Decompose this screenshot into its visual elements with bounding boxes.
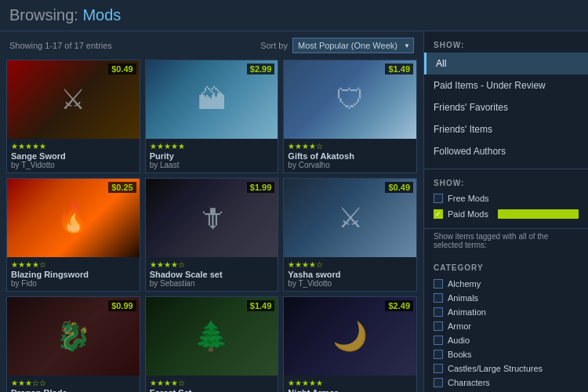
mod-name-extra2: Forest Set xyxy=(150,388,274,392)
category-animals[interactable]: Animals xyxy=(424,291,588,305)
category-castles[interactable]: Castles/Large Structures xyxy=(424,361,588,376)
mod-name-gifts-of-akatosh: Gifts of Akatosh xyxy=(288,151,412,161)
mod-icon-yasha-sword: ⚔ xyxy=(338,201,363,234)
category-label-castles: Castles/Large Structures xyxy=(448,364,543,373)
content-area: Showing 1-17 of 17 entries Sort by Most … xyxy=(0,31,423,392)
sidebar-filter-friends-items[interactable]: Friends' Items xyxy=(424,118,588,140)
mod-author-shadow-scale-set: by Sebastian xyxy=(150,279,274,288)
mod-card-sange-sword[interactable]: ⚔ $0.49 ★★★★★ Sange Sword by T_Vidotto xyxy=(6,60,140,173)
mod-card-purity[interactable]: 🏔 $2.99 ★★★★★ Purity by Laast xyxy=(145,60,279,173)
paid-mods-checkbox[interactable]: ✓ xyxy=(434,209,443,219)
mod-stars-gifts-of-akatosh: ★★★★☆ xyxy=(288,142,412,151)
mod-stars-shadow-scale-set: ★★★★☆ xyxy=(150,260,274,269)
sort-dropdown[interactable]: Most Popular (One Week) Most Popular (Al… xyxy=(292,38,414,53)
free-mods-filter[interactable]: Free Mods xyxy=(424,191,588,206)
mod-icon-extra1: 🐉 xyxy=(56,320,91,353)
category-cb-alchemy[interactable] xyxy=(434,279,443,289)
mod-card-extra3[interactable]: 🌙 $2.49 ★★★★★ Night Armor by Modder3 xyxy=(283,296,417,392)
paid-mods-label: Paid Mods xyxy=(448,209,488,219)
entries-count: Showing 1-17 of 17 entries xyxy=(9,41,112,50)
sort-area: Sort by Most Popular (One Week) Most Pop… xyxy=(260,38,414,53)
mod-stars-extra3: ★★★★★ xyxy=(288,379,412,387)
mod-price-blazing-ringsword: $0.25 xyxy=(108,182,136,193)
category-label: Mods xyxy=(82,6,121,24)
category-section-label: CATEGORY xyxy=(424,260,588,275)
mod-card-shadow-scale-set[interactable]: 🗡 $1.99 ★★★★☆ Shadow Scale set by Sebast… xyxy=(145,178,279,292)
mod-card-extra1[interactable]: 🐉 $0.99 ★★★☆☆ Dragon Blade by Modder1 xyxy=(6,296,140,392)
mod-info-extra1: ★★★☆☆ Dragon Blade by Modder1 xyxy=(7,376,140,392)
free-mods-checkbox[interactable] xyxy=(434,194,443,203)
sidebar-filter-followed-authors[interactable]: Followed Authors xyxy=(424,140,588,162)
page-header: Browsing: Mods xyxy=(0,0,588,31)
mod-icon-blazing-ringsword: 🔥 xyxy=(56,201,91,234)
mod-stars-extra1: ★★★☆☆ xyxy=(11,379,136,387)
mod-author-sange-sword: by T_Vidotto xyxy=(11,161,136,169)
mod-info-blazing-ringsword: ★★★★☆ Blazing Ringsword by Fido xyxy=(7,257,140,291)
category-label-audio: Audio xyxy=(448,336,470,345)
mod-card-extra2[interactable]: 🌲 $1.49 ★★★★☆ Forest Set by Modder2 xyxy=(145,296,279,392)
mod-price-extra1: $0.99 xyxy=(108,300,136,311)
mod-card-yasha-sword[interactable]: ⚔ $0.49 ★★★★☆ Yasha sword by T_Vidotto xyxy=(283,178,417,292)
page-title: Browsing: Mods xyxy=(9,6,579,24)
main-layout: Showing 1-17 of 17 entries Sort by Most … xyxy=(0,31,588,392)
mod-icon-shadow-scale-set: 🗡 xyxy=(198,201,226,234)
mod-name-blazing-ringsword: Blazing Ringsword xyxy=(11,270,136,279)
sort-label: Sort by xyxy=(260,41,288,50)
mod-info-gifts-of-akatosh: ★★★★☆ Gifts of Akatosh by Corvalho xyxy=(284,139,416,172)
mod-info-yasha-sword: ★★★★☆ Yasha sword by T_Vidotto xyxy=(284,257,416,291)
category-books[interactable]: Books xyxy=(424,347,588,361)
category-label-animals: Animals xyxy=(448,293,478,303)
category-alchemy[interactable]: Alchemy xyxy=(424,277,588,291)
mod-card-gifts-of-akatosh[interactable]: 🛡 $1.49 ★★★★☆ Gifts of Akatosh by Corval… xyxy=(283,60,417,173)
mod-author-purity: by Laast xyxy=(150,161,274,169)
mod-icon-sange-sword: ⚔ xyxy=(60,83,85,116)
sidebar-show-label: SHOW: xyxy=(424,38,588,53)
mod-info-sange-sword: ★★★★★ Sange Sword by T_Vidotto xyxy=(7,139,140,172)
sort-wrapper[interactable]: Most Popular (One Week) Most Popular (Al… xyxy=(292,38,414,53)
category-cb-armor[interactable] xyxy=(434,321,443,331)
mod-info-purity: ★★★★★ Purity by Laast xyxy=(146,139,278,172)
mod-icon-extra2: 🌲 xyxy=(194,320,229,353)
mod-grid: ⚔ $0.49 ★★★★★ Sange Sword by T_Vidotto 🏔… xyxy=(6,60,417,392)
sidebar-show-section: SHOW: AllPaid Items - Under ReviewFriend… xyxy=(424,31,588,169)
category-label-alchemy: Alchemy xyxy=(448,279,481,289)
mod-info-extra3: ★★★★★ Night Armor by Modder3 xyxy=(284,376,416,392)
mod-name-shadow-scale-set: Shadow Scale set xyxy=(150,270,274,279)
category-characters[interactable]: Characters xyxy=(424,376,588,390)
sidebar-show-label2: SHOW: xyxy=(424,176,588,191)
sidebar: SHOW: AllPaid Items - Under ReviewFriend… xyxy=(423,31,588,392)
mod-stars-sange-sword: ★★★★★ xyxy=(11,142,136,151)
mod-stars-yasha-sword: ★★★★☆ xyxy=(288,260,412,269)
category-animation[interactable]: Animation xyxy=(424,305,588,319)
category-cb-characters[interactable] xyxy=(434,378,443,387)
category-list: Alchemy Animals Animation Armor Audio Bo… xyxy=(424,275,588,391)
mod-author-yasha-sword: by T_Vidotto xyxy=(288,279,412,288)
category-cb-castles[interactable] xyxy=(434,364,443,373)
paid-mods-bar xyxy=(498,209,579,219)
mod-icon-extra3: 🌙 xyxy=(332,320,368,353)
mod-stars-blazing-ringsword: ★★★★☆ xyxy=(11,260,136,269)
sidebar-filter-all[interactable]: All xyxy=(424,53,588,74)
mod-price-yasha-sword: $0.49 xyxy=(385,182,413,193)
category-armor[interactable]: Armor xyxy=(424,319,588,333)
paid-mods-filter[interactable]: ✓ Paid Mods xyxy=(424,206,588,222)
mod-icon-gifts-of-akatosh: 🛡 xyxy=(336,83,365,116)
mod-name-extra1: Dragon Blade xyxy=(11,388,136,392)
mod-price-shadow-scale-set: $1.99 xyxy=(247,182,275,193)
category-audio[interactable]: Audio xyxy=(424,333,588,347)
mod-price-purity: $2.99 xyxy=(247,64,275,74)
mod-icon-purity: 🏔 xyxy=(198,83,226,116)
category-cb-books[interactable] xyxy=(434,350,443,359)
mod-card-blazing-ringsword[interactable]: 🔥 $0.25 ★★★★☆ Blazing Ringsword by Fido xyxy=(6,178,140,292)
mod-name-purity: Purity xyxy=(150,151,274,161)
browsing-label: Browsing: xyxy=(9,6,78,24)
category-cb-animals[interactable] xyxy=(434,293,443,303)
category-cb-animation[interactable] xyxy=(434,307,443,317)
mod-info-shadow-scale-set: ★★★★☆ Shadow Scale set by Sebastian xyxy=(146,257,278,291)
free-mods-label: Free Mods xyxy=(448,194,489,203)
sidebar-filter-paid-review[interactable]: Paid Items - Under Review xyxy=(424,74,588,96)
mod-price-sange-sword: $0.49 xyxy=(108,64,136,74)
sidebar-filter-friends-favorites[interactable]: Friends' Favorites xyxy=(424,96,588,118)
category-cb-audio[interactable] xyxy=(434,336,443,345)
category-label-animation: Animation xyxy=(448,307,486,317)
